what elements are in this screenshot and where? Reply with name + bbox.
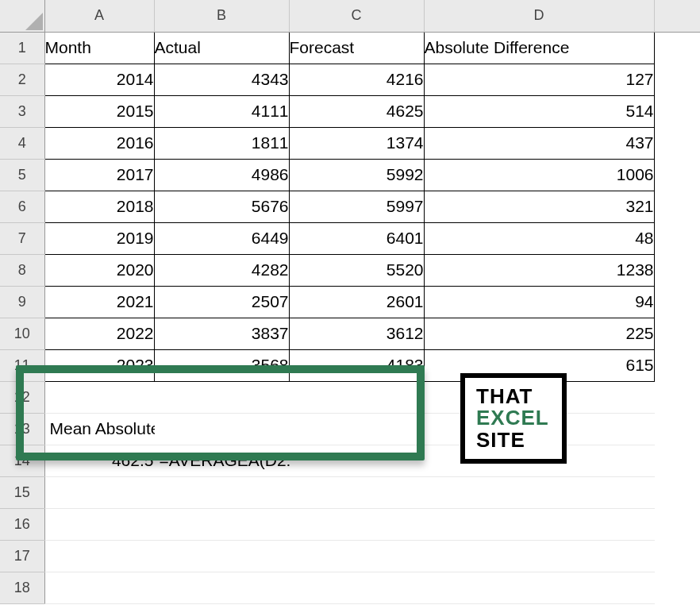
select-all-corner[interactable] [0,0,44,32]
cell-absdiff[interactable]: 321 [424,191,654,222]
row-header[interactable]: 1 [0,32,44,64]
worksheet-grid[interactable]: A B C D 1 Month Actual Forecast Absolute… [0,0,700,604]
cell[interactable] [289,413,424,445]
cell-actual[interactable]: 5676 [154,191,289,222]
header-actual[interactable]: Actual [154,32,289,64]
cell[interactable]: 462.5 [44,445,154,476]
cell[interactable]: =AVERAGEA(D2:D11) [154,445,289,476]
col-header-D[interactable]: D [424,0,654,32]
cell-absdiff[interactable]: 514 [424,95,654,127]
cell-actual[interactable]: 4282 [154,254,289,286]
cell[interactable] [424,572,654,603]
cell[interactable] [424,540,654,572]
row-header[interactable]: 9 [0,286,44,318]
empty-cell[interactable] [654,286,700,318]
row-header[interactable]: 15 [0,476,44,508]
cell[interactable] [289,508,424,540]
empty-cell[interactable] [654,413,700,445]
cell-actual[interactable]: 3837 [154,318,289,349]
cell[interactable] [154,476,289,508]
empty-cell[interactable] [654,254,700,286]
cell[interactable] [44,572,154,603]
cell-month[interactable]: 2014 [44,64,154,95]
cell-month[interactable]: 2021 [44,286,154,318]
empty-cell[interactable] [654,159,700,191]
spreadsheet[interactable]: A B C D 1 Month Actual Forecast Absolute… [0,0,700,605]
row-header[interactable]: 4 [0,127,44,159]
empty-cell[interactable] [654,445,700,476]
empty-cell[interactable] [654,476,700,508]
cell-actual[interactable]: 4111 [154,95,289,127]
row-header[interactable]: 17 [0,540,44,572]
cell[interactable] [289,381,424,413]
row-header[interactable]: 12 [0,381,44,413]
empty-cell[interactable] [654,127,700,159]
cell-actual[interactable]: 3568 [154,349,289,381]
cell[interactable] [289,572,424,603]
cell[interactable] [154,413,289,445]
cell[interactable] [154,572,289,603]
cell-month[interactable]: 2023 [44,349,154,381]
cell-absdiff[interactable]: 1006 [424,159,654,191]
cell-forecast[interactable]: 4216 [289,64,424,95]
empty-cell[interactable] [654,222,700,254]
empty-cell[interactable] [654,95,700,127]
cell-actual[interactable]: 4986 [154,159,289,191]
row-header[interactable]: 5 [0,159,44,191]
cell-forecast[interactable]: 5997 [289,191,424,222]
cell-absdiff[interactable]: 94 [424,286,654,318]
header-absdiff[interactable]: Absolute Difference [424,32,654,64]
cell-forecast[interactable]: 3612 [289,318,424,349]
row-header[interactable]: 6 [0,191,44,222]
empty-cell[interactable] [654,508,700,540]
row-header[interactable]: 10 [0,318,44,349]
header-month[interactable]: Month [44,32,154,64]
empty-cell[interactable] [654,318,700,349]
cell-forecast[interactable]: 4183 [289,349,424,381]
row-header[interactable]: 14 [0,445,44,476]
empty-cell[interactable] [654,349,700,381]
cell-actual[interactable]: 6449 [154,222,289,254]
cell-forecast[interactable]: 5992 [289,159,424,191]
empty-cell[interactable] [654,540,700,572]
row-header[interactable]: 2 [0,64,44,95]
cell-actual[interactable]: 4343 [154,64,289,95]
col-header-blank[interactable] [654,0,700,32]
cell[interactable] [424,476,654,508]
cell-absdiff[interactable]: 437 [424,127,654,159]
cell[interactable] [44,381,154,413]
row-header[interactable]: 16 [0,508,44,540]
cell-forecast[interactable]: 6401 [289,222,424,254]
cell-month[interactable]: 2017 [44,159,154,191]
col-header-C[interactable]: C [289,0,424,32]
cell-month[interactable]: 2020 [44,254,154,286]
cell-month[interactable]: 2018 [44,191,154,222]
cell-absdiff[interactable]: 48 [424,222,654,254]
row-header[interactable]: 13 [0,413,44,445]
cell-forecast[interactable]: 5520 [289,254,424,286]
cell[interactable] [154,540,289,572]
row-header[interactable]: 7 [0,222,44,254]
cell-month[interactable]: 2019 [44,222,154,254]
empty-cell[interactable] [654,191,700,222]
cell-actual[interactable]: 2507 [154,286,289,318]
row-header[interactable]: 18 [0,572,44,603]
empty-cell[interactable] [654,32,700,64]
empty-cell[interactable] [654,572,700,603]
cell-forecast[interactable]: 1374 [289,127,424,159]
cell-forecast[interactable]: 2601 [289,286,424,318]
cell-absdiff[interactable]: 1238 [424,254,654,286]
cell-month[interactable]: 2015 [44,95,154,127]
cell[interactable] [154,508,289,540]
row-header[interactable]: 3 [0,95,44,127]
row-header[interactable]: 8 [0,254,44,286]
empty-cell[interactable] [654,64,700,95]
cell[interactable] [44,508,154,540]
cell[interactable] [424,508,654,540]
col-header-B[interactable]: B [154,0,289,32]
cell[interactable] [289,476,424,508]
cell[interactable] [289,540,424,572]
cell-month[interactable]: 2022 [44,318,154,349]
cell[interactable]: Mean Absolute Difference: [44,413,154,445]
header-forecast[interactable]: Forecast [289,32,424,64]
